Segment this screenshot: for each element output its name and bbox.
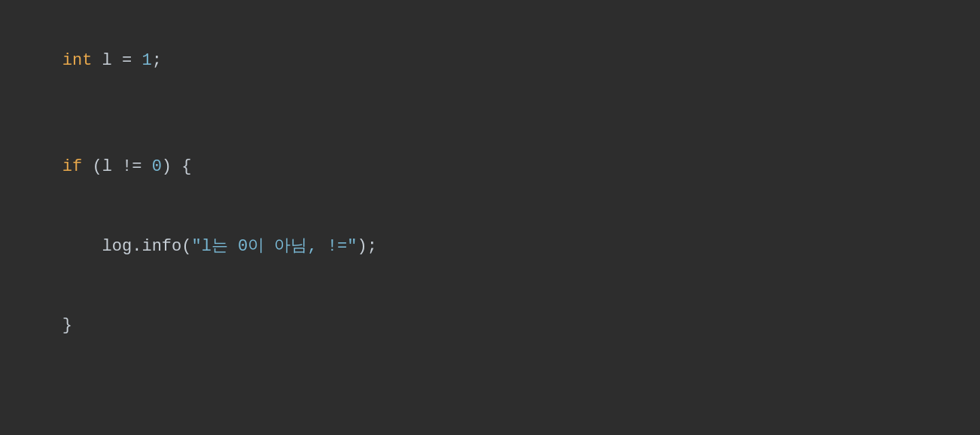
fn-loginfo1: log.info( [62, 237, 192, 256]
blank-line-1 [23, 101, 957, 127]
punc-rp1: ) { [162, 157, 192, 176]
code-line-3: log.info("l는 0이 아님, !="); [23, 206, 957, 286]
code-line-2: if (l != 0) { [23, 127, 957, 207]
op-assign: = [122, 51, 142, 70]
var-l: l [92, 51, 122, 70]
num-0a: 0 [152, 157, 162, 176]
punc-lp1: ( [82, 157, 102, 176]
keyword-if1: if [62, 157, 82, 176]
keyword-int: int [62, 51, 93, 70]
num-1: 1 [142, 51, 151, 70]
punc-semi1: ; [152, 51, 162, 70]
blank-line-3 [23, 392, 957, 418]
code-line-4: } [23, 286, 957, 366]
punc-semi2: ); [357, 237, 376, 256]
var-l2: l [102, 157, 122, 176]
punc-close1: } [62, 316, 72, 335]
code-line-5: // l >= 0 ==> l은 양의 정수 [23, 418, 957, 435]
str-1: "l는 0이 아님, !=" [191, 237, 357, 256]
op-neq: != [122, 157, 152, 176]
blank-line-2 [23, 365, 957, 391]
code-line-1: int l = 1; [23, 21, 957, 101]
code-editor: int l = 1; if (l != 0) { log.info("l는 0이… [0, 0, 980, 435]
